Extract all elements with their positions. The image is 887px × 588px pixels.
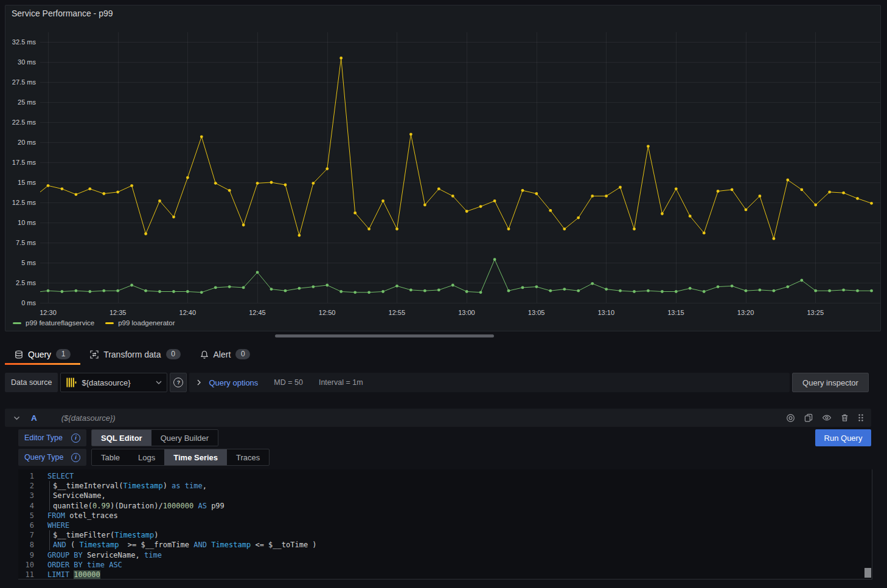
- interval-value: Interval = 1m: [319, 378, 363, 387]
- segment-query-builder[interactable]: Query Builder: [151, 430, 218, 446]
- query-type-chip: Query Type i: [18, 449, 86, 466]
- svg-text:0 ms: 0 ms: [21, 299, 36, 306]
- line-number: 4: [18, 501, 34, 511]
- horizontal-scrollbar-thumb[interactable]: [275, 334, 494, 337]
- datasource-value: ${datasource}: [82, 378, 151, 387]
- svg-text:12.5 ms: 12.5 ms: [12, 199, 37, 206]
- svg-text:12:35: 12:35: [110, 309, 127, 316]
- line-number: 2: [18, 481, 34, 491]
- query-ref-id: A: [31, 413, 37, 423]
- tab-label: Alert: [214, 350, 231, 359]
- code-line: 8AND ( Timestamp >= $__fromTime AND Time…: [18, 540, 872, 550]
- svg-text:27.5 ms: 27.5 ms: [12, 78, 37, 86]
- segment-time-series[interactable]: Time Series: [164, 449, 227, 465]
- svg-text:12:45: 12:45: [249, 309, 266, 316]
- series-p99-loadgenerator: [33, 57, 873, 240]
- tab-label: Transform data: [103, 350, 161, 359]
- collapse-chevron-down-icon[interactable]: [13, 415, 20, 421]
- code-line: 2$__timeInterval(Timestamp) as time,: [18, 481, 872, 491]
- run-query-button[interactable]: Run Query: [815, 429, 871, 446]
- chevron-right-icon: [197, 379, 201, 386]
- line-number: 5: [18, 511, 34, 521]
- query-row-header[interactable]: A (${datasource}): [5, 409, 871, 427]
- editor-type-row: Editor Type i SQL Editor Query Builder: [18, 429, 218, 446]
- line-number: 6: [18, 521, 34, 530]
- drag-handle-icon[interactable]: [858, 413, 864, 422]
- tab-transform-badge: 0: [166, 349, 181, 359]
- editor-scroll-decoration[interactable]: [864, 568, 871, 578]
- svg-text:22.5 ms: 22.5 ms: [12, 119, 37, 126]
- legend-item[interactable]: p99 featureflagservice: [13, 319, 94, 327]
- legend-item[interactable]: p99 loadgenerator: [105, 319, 175, 327]
- timeseries-chart[interactable]: 0 ms2.5 ms5 ms7.5 ms10 ms12.5 ms15 ms17.…: [5, 5, 880, 331]
- transform-icon: [90, 350, 99, 359]
- line-number: 3: [18, 491, 34, 500]
- question-circle-icon: ?: [173, 378, 183, 387]
- svg-text:13:00: 13:00: [458, 309, 475, 316]
- line-number: 8: [18, 540, 34, 550]
- svg-text:5 ms: 5 ms: [21, 259, 36, 266]
- active-tab-underline: [5, 363, 80, 365]
- query-type-segmented: Table Logs Time Series Traces: [91, 449, 270, 466]
- svg-text:13:25: 13:25: [807, 309, 824, 316]
- panel-title[interactable]: Service Performance - p99: [12, 9, 113, 18]
- datasource-row: Data source ${datasource} ?: [5, 373, 869, 392]
- datasource-help-button[interactable]: ?: [170, 373, 187, 392]
- delete-query-trash-icon[interactable]: [841, 413, 849, 422]
- svg-text:17.5 ms: 17.5 ms: [12, 159, 37, 166]
- query-options-toggle[interactable]: Query options: [197, 378, 258, 387]
- timeseries-panel: 0 ms2.5 ms5 ms7.5 ms10 ms12.5 ms15 ms17.…: [5, 5, 881, 331]
- duplicate-query-icon[interactable]: [804, 413, 813, 422]
- query-type-label: Query Type: [24, 453, 63, 462]
- query-type-row: Query Type i Table Logs Time Series Trac…: [18, 449, 270, 466]
- code-line: 3ServiceName,: [18, 491, 872, 500]
- info-icon[interactable]: i: [71, 434, 80, 443]
- query-options-bar: Query options MD = 50 Interval = 1m: [189, 373, 790, 392]
- code-line: 1SELECT: [18, 471, 872, 481]
- chart-grid: [40, 32, 880, 303]
- datasource-picker[interactable]: ${datasource}: [60, 373, 167, 392]
- svg-text:15 ms: 15 ms: [18, 179, 36, 186]
- segment-traces[interactable]: Traces: [227, 449, 269, 465]
- query-inspector-button[interactable]: Query inspector: [792, 373, 869, 392]
- code-line: 4quantile(0.99)(Duration)/1000000 AS p99: [18, 501, 872, 511]
- line-number: 1: [18, 471, 34, 481]
- svg-text:13:05: 13:05: [528, 309, 545, 316]
- segment-sql-editor[interactable]: SQL Editor: [92, 430, 151, 446]
- axis-labels: 0 ms2.5 ms5 ms7.5 ms10 ms12.5 ms15 ms17.…: [12, 38, 824, 317]
- max-data-points-value: MD = 50: [274, 378, 303, 387]
- editor-type-label: Editor Type: [24, 434, 63, 442]
- query-options-label: Query options: [209, 378, 258, 387]
- database-icon: [15, 350, 23, 359]
- code-line: 6WHERE: [18, 521, 872, 530]
- toggle-query-icon[interactable]: [786, 413, 795, 423]
- tab-query[interactable]: Query 1: [5, 344, 80, 365]
- hide-query-eye-icon[interactable]: [822, 413, 832, 422]
- bell-icon: [200, 350, 209, 359]
- panel-editor-tabs: Query 1 Transform data 0 Alert: [5, 344, 260, 365]
- chart-legend: p99 featureflagservicep99 loadgenerator: [13, 319, 175, 327]
- svg-text:12:30: 12:30: [40, 309, 57, 316]
- segment-table[interactable]: Table: [92, 449, 129, 465]
- legend-swatch: [105, 322, 114, 324]
- svg-text:13:15: 13:15: [667, 309, 684, 316]
- datasource-label: Data source: [5, 373, 58, 392]
- chevron-down-icon: [156, 380, 162, 385]
- svg-text:2.5 ms: 2.5 ms: [16, 279, 37, 286]
- info-icon[interactable]: i: [71, 453, 80, 462]
- legend-label: p99 loadgenerator: [118, 319, 175, 327]
- tab-alert-badge: 0: [235, 349, 250, 359]
- code-line: 7$__timeFilter(Timestamp): [18, 530, 872, 540]
- sql-code-editor[interactable]: 1SELECT2$__timeInterval(Timestamp) as ti…: [18, 469, 872, 579]
- svg-text:7.5 ms: 7.5 ms: [16, 239, 37, 246]
- segment-logs[interactable]: Logs: [129, 449, 164, 465]
- tab-alert[interactable]: Alert 0: [190, 344, 260, 365]
- svg-text:20 ms: 20 ms: [18, 139, 36, 146]
- svg-text:10 ms: 10 ms: [18, 219, 36, 226]
- series-p99-featureflagservice: [33, 258, 873, 294]
- code-line: 9GROUP BY ServiceName, time: [18, 550, 872, 560]
- svg-text:25 ms: 25 ms: [18, 99, 36, 106]
- tab-label: Query: [28, 350, 51, 359]
- tab-transform-data[interactable]: Transform data 0: [80, 344, 190, 365]
- grafana-page: 0 ms2.5 ms5 ms7.5 ms10 ms12.5 ms15 ms17.…: [0, 0, 887, 588]
